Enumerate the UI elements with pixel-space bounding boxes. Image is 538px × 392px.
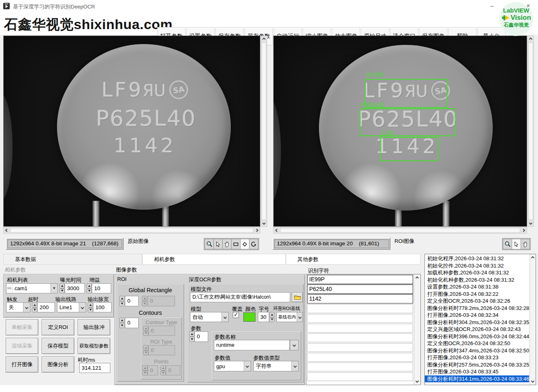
pulse-field[interactable]: 100 — [93, 302, 112, 312]
log-entry[interactable]: 定义兴趣区域OCR,2026-03-24 08:32:43 — [425, 326, 529, 333]
rectangle-roi-tool-icon[interactable] — [231, 239, 241, 249]
left-horizontal-scrollbar[interactable] — [3, 227, 260, 234]
dropdown-arrow-icon[interactable] — [23, 303, 30, 312]
magnifier-tool-icon[interactable] — [503, 239, 512, 249]
log-entry[interactable]: 打开图像,2026-03-24 08:32:22 — [425, 291, 529, 298]
param-index-field[interactable]: 0 — [194, 331, 208, 342]
roi-image-view[interactable]: LF9 ЯU SA P625L40 1142 IE 99P P625L40 11… — [273, 36, 527, 227]
right-vertical-scrollbar[interactable] — [527, 36, 534, 227]
log-entry[interactable]: 打开图像,2026-03-24 08:33:23 — [425, 354, 529, 361]
pulse-spinner[interactable] — [88, 302, 93, 312]
global-rect-value-spinner[interactable] — [142, 296, 147, 306]
dropdown-arrow-icon[interactable] — [222, 312, 228, 322]
output-line-select[interactable]: Line1 — [57, 302, 86, 312]
log-entry[interactable]: 定义全图OCR,2026-03-24 08:32:26 — [425, 297, 529, 305]
global-rect-index-field[interactable]: 0 — [125, 296, 139, 306]
scroll-down-icon[interactable] — [414, 378, 420, 384]
log-entry[interactable]: 初始化机种参数,2026-03-24 08:31:32 — [425, 276, 529, 284]
param-type-select[interactable]: 字符串 — [253, 361, 299, 371]
fontsize-spinner[interactable] — [269, 312, 274, 322]
recognized-item-empty[interactable] — [307, 333, 413, 342]
cursor-tool-icon[interactable] — [512, 239, 521, 249]
scrollbar-thumb[interactable] — [262, 42, 266, 220]
tab-basic-data[interactable]: 基本数据 — [3, 254, 142, 265]
scrollbar-thumb[interactable] — [528, 42, 533, 220]
recognized-item-empty[interactable] — [307, 304, 413, 313]
log-entry-selected[interactable]: 图像分析耗时314.1ms,2026-03-24 08:33:46 — [425, 375, 529, 383]
scroll-down-icon[interactable] — [261, 220, 267, 226]
param-value-select[interactable]: gpu — [214, 361, 251, 371]
scroll-up-icon[interactable] — [530, 255, 536, 261]
pan-hand-tool-icon[interactable] — [222, 239, 232, 249]
log-entry[interactable]: 打开图像,2026-03-24 08:33:45 — [425, 368, 529, 375]
dropdown-arrow-icon[interactable] — [51, 284, 57, 293]
scroll-down-icon[interactable] — [530, 378, 536, 384]
global-rect-index-spinner[interactable] — [119, 296, 124, 306]
recognized-item[interactable]: P625L40 — [307, 285, 413, 294]
scrollbar-thumb[interactable] — [10, 228, 253, 233]
right-horizontal-scrollbar[interactable] — [273, 227, 527, 234]
continuous-grab-button[interactable]: 连续采集 — [6, 338, 38, 354]
save-model-button[interactable]: 保存模型 — [42, 338, 74, 354]
recognized-item[interactable]: IE99P — [307, 275, 413, 284]
scroll-left-icon[interactable] — [4, 228, 10, 233]
contours-index-spinner[interactable] — [119, 318, 124, 328]
log-entry[interactable]: 图像分析耗时396.0ms,2026-03-24 08:32:44 — [425, 333, 529, 340]
recognized-item-empty[interactable] — [307, 372, 413, 381]
recognized-scrollbar[interactable] — [414, 274, 420, 385]
scroll-down-icon[interactable] — [528, 220, 534, 226]
minimize-button[interactable]: – — [483, 0, 501, 12]
recognized-item-empty[interactable] — [307, 314, 413, 323]
recognized-item-empty[interactable] — [307, 343, 413, 352]
get-model-params-button[interactable]: 获取模型参数 — [78, 338, 110, 354]
scroll-right-icon[interactable] — [521, 228, 526, 233]
log-entry[interactable]: 打开图像,2026-03-24 08:32:34 — [425, 312, 529, 319]
log-entry[interactable]: 图像分析耗时778.2ms,2026-03-24 08:32:28 — [425, 305, 529, 312]
timeout-spinner[interactable] — [32, 302, 37, 312]
browse-folder-button[interactable] — [292, 292, 303, 302]
tab-other-params[interactable]: 其他参数 — [286, 254, 420, 265]
param-index-spinner[interactable] — [189, 331, 194, 342]
tab-camera-params[interactable]: 相机参数 — [142, 254, 286, 265]
gain-field[interactable]: 10 — [92, 283, 111, 293]
log-entry[interactable]: 初始化控件,2026-03-24 08:31:32 — [425, 262, 529, 270]
scroll-up-icon[interactable] — [261, 36, 267, 42]
dropdown-arrow-icon[interactable] — [244, 361, 251, 371]
cursor-tool-icon[interactable] — [213, 239, 223, 249]
log-entry[interactable]: 图像分析耗时304.2ms,2026-03-24 08:32:35 — [425, 319, 529, 326]
model-file-field[interactable]: D:\工作文档\网站文章\图像\Halcon\ — [190, 292, 290, 302]
left-vertical-scrollbar[interactable] — [261, 36, 267, 227]
exposure-spinner[interactable] — [59, 283, 65, 293]
contours-index-field[interactable]: 0 — [125, 318, 139, 328]
recognized-item-empty[interactable] — [307, 353, 413, 362]
scroll-left-icon[interactable] — [274, 228, 280, 233]
log-scrollbar[interactable] — [530, 254, 536, 385]
define-roi-button[interactable]: 定义ROI — [42, 319, 74, 335]
dropdown-arrow-icon[interactable] — [297, 312, 302, 322]
recognized-item[interactable]: 1142 — [307, 294, 413, 303]
scroll-up-icon[interactable] — [414, 275, 420, 281]
log-entry[interactable]: 图像分析耗时347.4ms,2026-03-24 08:32:50 — [425, 347, 529, 354]
fontsize-field[interactable]: 30 — [258, 312, 269, 322]
single-grab-button[interactable]: 单帧采集 — [6, 319, 38, 335]
recognized-item-empty[interactable] — [307, 362, 413, 371]
log-entry[interactable]: 定义全图OCR,2026-03-24 08:32:50 — [425, 340, 529, 347]
dropdown-arrow-icon[interactable] — [291, 361, 298, 371]
param-name-dropdown[interactable] — [290, 340, 299, 350]
magnifier-tool-icon[interactable] — [205, 239, 214, 249]
log-entry[interactable]: 设置参数,2026-03-24 08:31:38 — [425, 283, 529, 291]
analyze-image-button[interactable]: 图像分析 — [42, 356, 74, 373]
exposure-field[interactable]: 3000 — [65, 283, 85, 293]
model-select[interactable]: 自动 — [190, 312, 229, 322]
original-image-view[interactable]: LF9 ЯU SA P625L40 1142 — [3, 36, 260, 227]
log-entry[interactable]: 初始化程序,2026-03-24 08:31:32 — [425, 255, 529, 262]
camera-select[interactable]: I/o cam1 — [6, 283, 58, 293]
timeout-field[interactable]: 200 — [37, 302, 55, 312]
open-image-button[interactable]: 打开图像 — [6, 356, 38, 373]
rotated-rect-roi-tool-icon[interactable] — [240, 239, 249, 249]
gain-spinner[interactable] — [87, 283, 92, 293]
ring-baseline-select[interactable]: 基线在内 — [276, 312, 303, 322]
close-button[interactable]: × — [519, 0, 537, 12]
dropdown-arrow-icon[interactable] — [290, 340, 298, 350]
scroll-right-icon[interactable] — [254, 228, 260, 233]
